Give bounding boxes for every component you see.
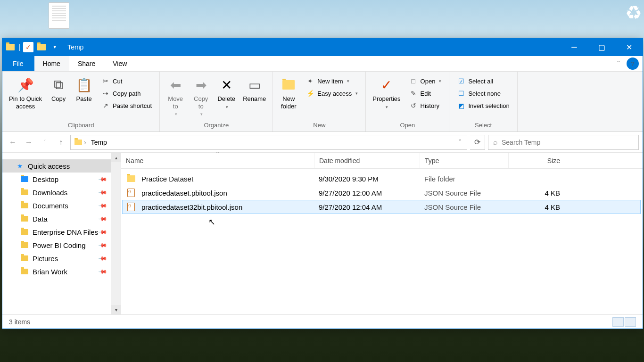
scroll-up-icon[interactable]: ▴ xyxy=(111,153,121,162)
explorer-window: | ✓ ▼ Temp ─ ▢ ✕ File Home Share View ˇ … xyxy=(2,38,643,329)
cut-button[interactable]: ✂Cut xyxy=(99,75,155,87)
desktop-file-icon[interactable] xyxy=(45,2,73,29)
sidebar-item[interactable]: Brian Work📌 xyxy=(2,265,111,278)
qat-properties-icon[interactable]: ✓ xyxy=(23,42,33,52)
clipboard-group-label: Clipboard xyxy=(2,121,159,131)
column-size[interactable]: Size xyxy=(509,153,565,168)
new-folder-button[interactable]: New folder xyxy=(276,74,301,112)
file-pane: Name Date modified Type Size Practice Da… xyxy=(121,153,643,314)
icons-view-button[interactable] xyxy=(625,317,636,327)
properties-button[interactable]: ✓ Properties ▾ xyxy=(369,74,404,111)
search-input[interactable] xyxy=(502,139,634,146)
file-row[interactable]: practicedataset32bit.pbitool.json9/27/20… xyxy=(122,200,641,214)
copy-path-button[interactable]: ⇢Copy path xyxy=(99,88,155,99)
close-button[interactable]: ✕ xyxy=(615,38,643,56)
column-name[interactable]: Name xyxy=(121,153,314,168)
select-none-button[interactable]: ☐Select none xyxy=(454,88,512,99)
sidebar-item[interactable]: Enterprise DNA Files📌 xyxy=(2,225,111,239)
cut-icon: ✂ xyxy=(101,77,110,85)
rename-icon: ▭ xyxy=(248,76,261,93)
refresh-button[interactable]: ⟳ xyxy=(470,135,485,150)
status-bar: 3 items xyxy=(2,314,643,329)
back-button[interactable]: ← xyxy=(6,136,19,149)
sidebar-quick-access[interactable]: ★Quick access xyxy=(2,159,111,173)
file-row[interactable]: Practice Dataset9/30/2020 9:30 PMFile fo… xyxy=(122,172,641,186)
breadcrumb-drop-icon[interactable]: ˇ xyxy=(456,139,464,146)
history-button[interactable]: ↺History xyxy=(406,100,445,111)
paste-icon: 📋 xyxy=(76,76,92,93)
sidebar-item[interactable]: Documents📌 xyxy=(2,199,111,212)
sidebar-item[interactable]: Data📌 xyxy=(2,212,111,225)
recycle-bin-icon[interactable]: ♻ xyxy=(625,2,642,24)
tab-share[interactable]: Share xyxy=(69,56,104,71)
ribbon: 📌 Pin to Quick access ⧉ Copy 📋 Paste ✂Cu… xyxy=(2,72,643,132)
breadcrumb-current[interactable]: Temp xyxy=(90,138,108,147)
sidebar-item[interactable]: Pictures📌 xyxy=(2,252,111,265)
qat-newfolder-icon[interactable] xyxy=(36,42,47,52)
maximize-button[interactable]: ▢ xyxy=(588,38,615,56)
edit-icon: ✎ xyxy=(409,89,418,98)
file-list: Practice Dataset9/30/2020 9:30 PMFile fo… xyxy=(121,169,643,314)
search-box[interactable]: ⌕ xyxy=(488,135,639,150)
selectall-icon: ☑ xyxy=(457,77,465,85)
forward-button[interactable]: → xyxy=(22,136,35,149)
copyto-icon: ➡ xyxy=(196,76,206,93)
copy-button[interactable]: ⧉ Copy xyxy=(46,74,71,105)
delete-button[interactable]: ✕ Delete ▾ xyxy=(214,74,239,111)
tab-home[interactable]: Home xyxy=(34,56,69,71)
pin-icon: 📌 xyxy=(98,201,108,211)
move-to-button[interactable]: ⬅ Move to ▾ xyxy=(163,74,188,118)
chevron-down-icon: ▾ xyxy=(386,105,388,109)
edit-button[interactable]: ✎Edit xyxy=(406,88,445,99)
paste-button[interactable]: 📋 Paste xyxy=(71,74,97,105)
open-group-label: Open xyxy=(366,121,449,131)
collapse-ribbon-icon[interactable]: ˇ xyxy=(612,58,625,70)
pin-icon: 📌 xyxy=(98,188,108,197)
breadcrumb-root[interactable]: › xyxy=(74,138,87,147)
invert-icon: ◩ xyxy=(457,101,465,110)
minimize-button[interactable]: ─ xyxy=(561,38,588,56)
move-icon: ⬅ xyxy=(170,76,181,93)
qat-dropdown-icon[interactable]: ▼ xyxy=(50,42,60,52)
titlebar: | ✓ ▼ Temp ─ ▢ ✕ xyxy=(2,38,643,56)
folder-icon xyxy=(125,175,137,182)
column-headers: Name Date modified Type Size xyxy=(121,153,643,169)
tab-view[interactable]: View xyxy=(104,56,136,71)
sidebar-item[interactable]: Downloads📌 xyxy=(2,186,111,199)
up-button[interactable]: ↑ xyxy=(54,136,67,149)
pin-icon: 📌 xyxy=(98,254,108,263)
column-date[interactable]: Date modified xyxy=(314,153,420,168)
help-icon[interactable]: ? xyxy=(627,58,639,70)
history-icon: ↺ xyxy=(409,101,418,110)
select-group-label: Select xyxy=(449,121,517,131)
pin-quick-access-button[interactable]: 📌 Pin to Quick access xyxy=(5,74,46,112)
tab-file[interactable]: File xyxy=(2,56,34,71)
pin-icon: 📌 xyxy=(98,267,108,277)
invert-selection-button[interactable]: ◩Invert selection xyxy=(454,100,512,111)
new-item-button[interactable]: ✦New item▾ xyxy=(303,75,361,87)
nav-scrollbar[interactable]: ▴ ▾ xyxy=(111,153,121,314)
copy-icon: ⧉ xyxy=(54,76,63,93)
breadcrumb[interactable]: › Temp ˇ xyxy=(70,135,467,150)
selectnone-icon: ☐ xyxy=(457,89,465,98)
select-all-button[interactable]: ☑Select all xyxy=(454,75,512,87)
open-button[interactable]: □Open▾ xyxy=(406,75,445,87)
column-type[interactable]: Type xyxy=(420,153,509,168)
details-view-button[interactable] xyxy=(612,317,624,327)
sidebar-item[interactable]: Power BI Coding📌 xyxy=(2,239,111,252)
file-row[interactable]: practicedataset.pbitool.json9/27/2020 12… xyxy=(122,186,641,200)
recent-dropdown[interactable]: ˇ xyxy=(38,136,51,149)
sidebar-item[interactable]: Desktop📌 xyxy=(2,173,111,186)
scroll-down-icon[interactable]: ▾ xyxy=(111,305,121,314)
easy-access-button[interactable]: ⚡Easy access▾ xyxy=(303,88,361,99)
copy-to-button[interactable]: ➡ Copy to ▾ xyxy=(188,74,214,118)
window-title: Temp xyxy=(67,43,83,51)
pin-icon: 📌 xyxy=(98,227,108,237)
easy-access-icon: ⚡ xyxy=(306,89,314,98)
pin-icon: 📌 xyxy=(17,76,34,93)
organize-group-label: Organize xyxy=(160,121,272,131)
item-count: 3 items xyxy=(9,318,30,326)
chevron-down-icon: ▾ xyxy=(200,112,203,116)
rename-button[interactable]: ▭ Rename xyxy=(239,74,270,105)
paste-shortcut-button[interactable]: ↗Paste shortcut xyxy=(99,100,155,111)
